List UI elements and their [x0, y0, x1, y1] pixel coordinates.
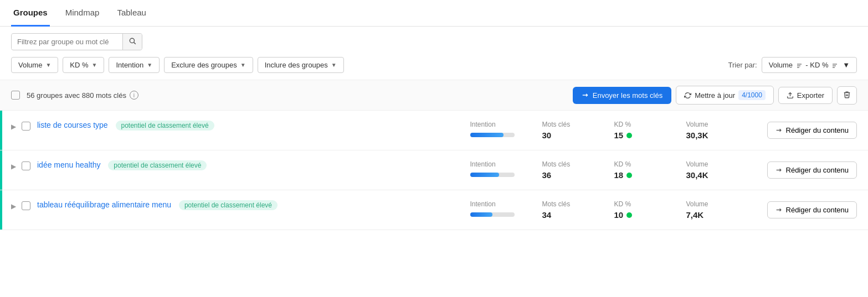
tab-mindmap[interactable]: Mindmap	[63, 0, 102, 27]
table-body: ▶ liste de courses type potentiel de cla…	[0, 111, 868, 230]
chevron-down-icon: ▼	[240, 62, 246, 68]
row-checkbox[interactable]	[22, 122, 30, 131]
tab-groupes[interactable]: Groupes	[11, 0, 50, 27]
table-row: ▶ tableau rééquilibrage alimentaire menu…	[0, 190, 868, 230]
filter-inclure[interactable]: Inclure des groupes ▼	[258, 57, 344, 73]
metric-volume: Volume 30,4K	[686, 160, 736, 180]
metric-intention: Intention	[470, 200, 520, 217]
metric-volume: Volume 7,4K	[686, 200, 736, 220]
expand-icon[interactable]: ▶	[11, 202, 16, 210]
export-icon	[787, 92, 794, 99]
chevron-down-icon: ▼	[45, 62, 51, 68]
intention-bar	[470, 212, 492, 217]
metric-kd: KD % 10	[614, 200, 664, 220]
tab-tableau[interactable]: Tableau	[115, 0, 148, 27]
write-content-button[interactable]: Rédiger du contenu	[767, 122, 857, 139]
sort-button[interactable]: Volume - KD % ▼	[762, 57, 857, 73]
refresh-icon	[684, 92, 691, 99]
row-content: tableau rééquilibrage alimentaire menu p…	[37, 200, 470, 210]
delete-button[interactable]	[837, 86, 857, 105]
row-title: tableau rééquilibrage alimentaire menu p…	[37, 200, 278, 209]
badge: potentiel de classement élevé	[108, 160, 207, 170]
table-row: ▶ idée menu healthy potentiel de classem…	[0, 150, 868, 190]
row-title: liste de courses type potentiel de class…	[37, 121, 214, 129]
send-icon	[582, 91, 589, 99]
update-button[interactable]: Mettre à jour 4/1000	[676, 86, 774, 105]
expand-icon[interactable]: ▶	[11, 163, 16, 170]
sort-value: Volume - KD %	[769, 61, 839, 69]
metric-mots-cles: Mots clés 34	[542, 200, 592, 220]
row-title: idée menu healthy potentiel de classemen…	[37, 160, 207, 169]
summary-text: 56 groupes avec 880 mots clés i	[27, 91, 138, 100]
intention-bar-container	[470, 173, 515, 177]
write-icon	[775, 206, 783, 213]
sort-icon	[796, 62, 803, 69]
metric-volume: Volume 30,3K	[686, 121, 736, 140]
update-count: 4/1000	[738, 90, 766, 100]
summary-bar: 56 groupes avec 880 mots clés i Envoyer …	[0, 80, 868, 111]
action-buttons: Envoyer les mots clés Mettre à jour 4/10…	[573, 86, 857, 105]
tab-bar: Groupes Mindmap Tableau	[0, 0, 868, 27]
filters-row: Volume ▼ KD % ▼ Intention ▼ Exclure des …	[0, 55, 868, 80]
trash-icon	[843, 91, 851, 98]
search-button[interactable]	[122, 34, 142, 50]
metric-intention: Intention	[470, 160, 520, 177]
intention-bar-container	[470, 212, 515, 217]
badge: potentiel de classement élevé	[179, 200, 278, 210]
row-content: idée menu healthy potentiel de classemen…	[37, 160, 470, 170]
metric-intention: Intention	[470, 121, 520, 137]
filter-volume[interactable]: Volume ▼	[11, 57, 58, 73]
chevron-down-icon: ▼	[147, 62, 152, 68]
select-all-checkbox[interactable]	[11, 91, 20, 100]
svg-line-1	[134, 43, 136, 44]
row-checkbox[interactable]	[22, 161, 30, 170]
chevron-down-icon: ▼	[331, 62, 337, 68]
table-row: ▶ liste de courses type potentiel de cla…	[0, 111, 868, 150]
search-icon	[129, 37, 136, 45]
kd-dot	[626, 133, 632, 138]
search-container	[11, 33, 142, 50]
write-content-button[interactable]: Rédiger du contenu	[767, 201, 857, 218]
chevron-down-icon: ▼	[843, 61, 850, 69]
expand-icon[interactable]: ▶	[11, 123, 16, 131]
row-metrics: Intention Mots clés 34 KD % 10 Volume 7,…	[470, 200, 758, 220]
row-content: liste de courses type potentiel de class…	[37, 121, 470, 131]
write-icon	[775, 166, 783, 174]
intention-bar-container	[470, 133, 515, 137]
row-checkbox[interactable]	[22, 201, 30, 210]
kd-dot	[626, 173, 632, 178]
badge: potentiel de classement élevé	[116, 121, 214, 131]
group-count: 56 groupes avec 880 mots clés	[27, 91, 126, 100]
info-icon[interactable]: i	[130, 91, 138, 100]
filter-intention[interactable]: Intention ▼	[109, 57, 160, 73]
chevron-down-icon: ▼	[92, 62, 97, 68]
intention-bar	[470, 173, 499, 177]
svg-point-0	[130, 38, 134, 43]
sort-area: Trier par: Volume - KD % ▼	[728, 57, 857, 73]
kd-dot	[626, 212, 632, 218]
sort-icon-2	[831, 62, 838, 69]
write-content-button[interactable]: Rédiger du contenu	[767, 161, 857, 179]
row-metrics: Intention Mots clés 36 KD % 18 Volume 30…	[470, 160, 758, 180]
sort-label: Trier par:	[728, 61, 757, 69]
metric-mots-cles: Mots clés 36	[542, 160, 592, 180]
metric-kd: KD % 18	[614, 160, 664, 180]
intention-bar	[470, 133, 504, 137]
search-toolbar	[0, 27, 868, 55]
filter-exclure[interactable]: Exclure des groupes ▼	[164, 57, 253, 73]
export-button[interactable]: Exporter	[778, 87, 833, 104]
metric-mots-cles: Mots clés 30	[542, 121, 592, 140]
send-keywords-button[interactable]: Envoyer les mots clés	[573, 87, 671, 104]
filter-kd[interactable]: KD % ▼	[63, 57, 104, 73]
write-icon	[775, 127, 783, 134]
metric-kd: KD % 15	[614, 121, 664, 140]
search-input[interactable]	[12, 34, 122, 49]
row-metrics: Intention Mots clés 30 KD % 15 Volume 30…	[470, 121, 758, 140]
